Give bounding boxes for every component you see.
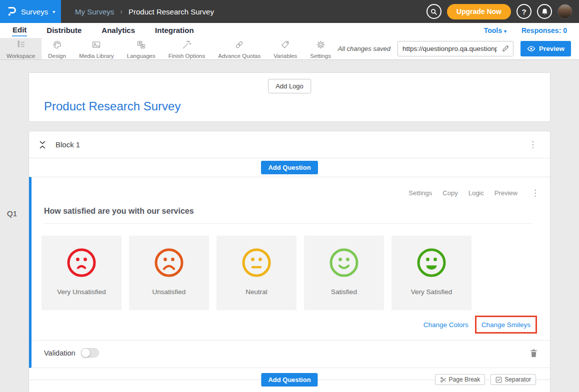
tools-menu[interactable]: Tools ▾ <box>484 26 506 34</box>
smiley-mouth <box>164 266 174 269</box>
pencil-icon[interactable] <box>502 44 510 54</box>
smiley-option[interactable]: Very Unsatisfied <box>42 236 122 310</box>
toolbar-item-workspace[interactable]: Workspace <box>0 38 42 59</box>
product-name: Surveys <box>21 7 48 16</box>
question-menu-icon[interactable]: ⋮ <box>528 188 542 198</box>
upgrade-now-button[interactable]: Upgrade Now <box>447 4 511 19</box>
smiley-mouth <box>426 266 437 270</box>
top-bar: Surveys ▾ My Surveys › Product Research … <box>0 0 579 23</box>
smiley-options: Very Unsatisfied Unsatisfied Neutral Sat… <box>42 236 550 310</box>
chain-icon <box>234 39 244 52</box>
tab-analytics[interactable]: Analytics <box>101 25 136 36</box>
block-header: Block 1 ⋮ <box>29 131 550 158</box>
question-copy-link[interactable]: Copy <box>442 189 458 197</box>
question-toolbar: Settings Copy Logic Preview ⋮ <box>32 177 550 198</box>
tag-icon <box>280 39 290 52</box>
smiley-option[interactable]: Satisfied <box>304 236 384 310</box>
add-logo-button[interactable]: Add Logo <box>268 79 311 93</box>
question-card: Settings Copy Logic Preview ⋮ How satisf… <box>29 177 550 368</box>
scissors-icon <box>440 377 446 383</box>
trash-icon <box>530 349 538 358</box>
responses-count[interactable]: Responses: 0 <box>522 26 567 34</box>
wand-icon <box>182 39 192 52</box>
avatar[interactable] <box>558 4 572 19</box>
toolbar-item-finish-options[interactable]: Finish Options <box>162 38 212 59</box>
breadcrumb-separator: › <box>120 7 122 15</box>
annotation-highlight-box: Change Smileys <box>475 316 537 334</box>
app-switcher[interactable]: Surveys ▾ <box>0 0 61 23</box>
tab-distribute[interactable]: Distribute <box>46 25 82 36</box>
validation-label: Validation <box>44 349 76 357</box>
palette-icon <box>52 39 62 52</box>
smiley-label: Unsatisfied <box>152 288 186 296</box>
save-status: All changes saved <box>338 45 390 52</box>
breadcrumb-current: Product Research Survey <box>128 7 214 16</box>
question-text-underline <box>44 223 532 224</box>
survey-nav: Edit Distribute Analytics Integration To… <box>0 23 579 38</box>
toolbar-item-design[interactable]: Design <box>42 38 72 59</box>
editor-canvas: Add Logo Product Research Survey Block 1… <box>0 60 579 392</box>
smiley-label: Satisfied <box>331 288 357 296</box>
editor-toolbar: Workspace Design Media Library Languages… <box>0 38 579 60</box>
smiley-option[interactable]: Very Satisfied <box>392 236 472 310</box>
question-text[interactable]: How satisfied are you with our services <box>44 207 532 216</box>
preview-button[interactable]: Preview <box>520 41 571 56</box>
translate-icon <box>136 39 146 52</box>
toolbar-item-languages[interactable]: Languages <box>120 38 162 59</box>
topbar-actions: Upgrade Now ? <box>426 0 579 23</box>
toolbar-item-variables[interactable]: Variables <box>267 38 304 59</box>
smiley-mouth <box>340 266 348 268</box>
toggle-knob <box>81 348 90 358</box>
chevron-down-icon: ▾ <box>504 28 506 34</box>
validation-row: Validation <box>32 340 550 360</box>
tab-edit[interactable]: Edit <box>12 24 27 36</box>
smiley-actions: Change Colors Change Smileys <box>32 316 537 334</box>
question-mark-icon: ? <box>522 7 526 16</box>
image-icon <box>91 39 102 52</box>
add-question-row-bottom: Add Question Page Break Separator <box>29 368 550 392</box>
question-logic-link[interactable]: Logic <box>468 189 484 197</box>
toolbar-item-advance-quotas[interactable]: Advance Quotas <box>212 38 267 59</box>
separator-button[interactable]: Separator <box>490 374 536 385</box>
block-menu-icon[interactable]: ⋮ <box>526 139 540 150</box>
breadcrumb: My Surveys › Product Research Survey <box>61 0 426 23</box>
change-smileys-link[interactable]: Change Smileys <box>482 321 530 329</box>
bell-icon <box>541 8 548 15</box>
survey-url-input[interactable] <box>398 41 514 56</box>
smiley-label: Neutral <box>246 288 268 296</box>
breadcrumb-parent-link[interactable]: My Surveys <box>75 7 114 16</box>
eye-icon <box>527 45 536 52</box>
workspace-icon <box>16 39 26 52</box>
notifications-button[interactable] <box>537 4 552 19</box>
questionpro-logo-icon <box>6 5 16 17</box>
add-question-button-top[interactable]: Add Question <box>261 161 318 174</box>
validation-toggle[interactable] <box>81 348 99 358</box>
page-break-button[interactable]: Page Break <box>435 374 486 385</box>
smiley-label: Very Satisfied <box>411 288 452 296</box>
smiley-option[interactable]: Unsatisfied <box>129 236 209 310</box>
block-card: Block 1 ⋮ Add Question Settings Copy Log… <box>28 131 550 392</box>
block-name[interactable]: Block 1 <box>56 140 80 149</box>
tab-integration[interactable]: Integration <box>154 25 194 36</box>
smiley-option[interactable]: Neutral <box>216 236 296 310</box>
change-colors-link[interactable]: Change Colors <box>424 321 468 329</box>
chevron-down-icon: ▾ <box>52 9 55 14</box>
survey-title[interactable]: Product Research Survey <box>44 99 180 113</box>
add-question-row-top: Add Question <box>29 158 550 177</box>
gear-icon <box>316 39 326 52</box>
search-icon <box>430 8 438 15</box>
search-button[interactable] <box>426 4 442 19</box>
delete-question-button[interactable] <box>530 349 538 358</box>
smiley-mouth <box>78 266 85 268</box>
toolbar-item-settings[interactable]: Settings <box>304 38 338 59</box>
question-preview-link[interactable]: Preview <box>494 189 518 197</box>
survey-header-card: Add Logo Product Research Survey <box>28 72 550 122</box>
checkbox-check-icon <box>496 377 502 383</box>
help-button[interactable]: ? <box>516 4 532 19</box>
add-question-button-bottom[interactable]: Add Question <box>261 373 318 387</box>
toolbar-item-media-library[interactable]: Media Library <box>72 38 120 59</box>
question-id-label: Q1 <box>7 209 17 218</box>
question-settings-link[interactable]: Settings <box>408 189 432 197</box>
smiley-label: Very Unsatisfied <box>57 288 106 296</box>
collapse-block-icon[interactable] <box>39 140 46 149</box>
